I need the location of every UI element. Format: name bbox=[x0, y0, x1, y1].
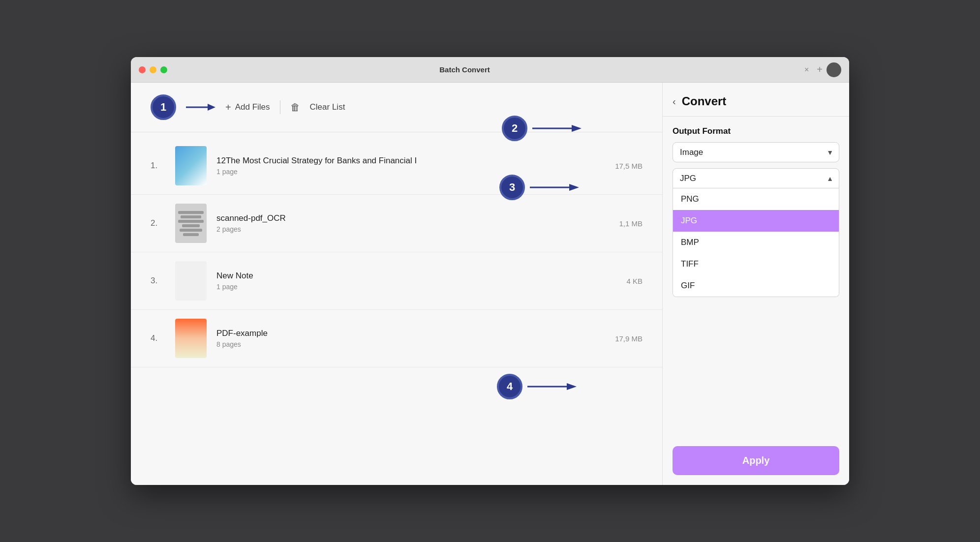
trash-icon: 🗑 bbox=[290, 102, 300, 113]
format-dropdown-list: PNG JPG BMP TIFF GIF bbox=[673, 188, 839, 297]
arrow-1-icon bbox=[186, 100, 215, 115]
file-number: 3. bbox=[151, 276, 165, 286]
file-size: 4 KB bbox=[626, 277, 643, 285]
svg-marker-1 bbox=[208, 104, 215, 111]
file-thumbnail bbox=[175, 146, 207, 185]
file-number: 4. bbox=[151, 333, 165, 343]
file-info: scanned-pdf_OCR 2 pages bbox=[216, 213, 609, 233]
user-avatar bbox=[827, 62, 841, 77]
window-title: Batch Convert bbox=[132, 65, 797, 74]
file-name: PDF-example bbox=[216, 329, 605, 338]
subformat-wrapper: PNG JPG BMP TIFF GIF ▲ PNG JPG BMP TIFF bbox=[673, 168, 839, 297]
titlebar: Batch Convert × + bbox=[131, 57, 849, 83]
file-info: 12The Most Crucial Strategy for Banks an… bbox=[216, 156, 605, 176]
file-pages: 1 page bbox=[216, 168, 605, 176]
file-pages: 8 pages bbox=[216, 340, 605, 348]
panel-body: Output Format Image PDF Word Excel ▼ bbox=[663, 117, 849, 436]
toolbar: 1 + Add Files 🗑 Clear List bbox=[131, 83, 662, 132]
format-option-png[interactable]: PNG bbox=[673, 188, 839, 210]
format-option-tiff[interactable]: TIFF bbox=[673, 253, 839, 275]
file-pages: 1 page bbox=[216, 283, 616, 291]
output-format-label: Output Format bbox=[673, 126, 839, 136]
file-item: 3. New Note 1 page 4 KB bbox=[131, 252, 662, 310]
new-tab-button[interactable]: + bbox=[817, 64, 823, 75]
output-format-select[interactable]: Image PDF Word Excel bbox=[673, 142, 839, 162]
file-size: 17,9 MB bbox=[615, 334, 643, 343]
format-option-gif[interactable]: GIF bbox=[673, 275, 839, 297]
subformat-select[interactable]: PNG JPG BMP TIFF GIF bbox=[673, 168, 839, 188]
format-option-jpg[interactable]: JPG bbox=[673, 210, 839, 232]
tab-close-button[interactable]: × bbox=[804, 65, 809, 74]
file-size: 17,5 MB bbox=[615, 162, 643, 170]
file-name: scanned-pdf_OCR bbox=[216, 213, 609, 223]
file-thumbnail bbox=[175, 261, 207, 301]
add-files-button[interactable]: + Add Files bbox=[225, 102, 270, 113]
back-button[interactable]: ‹ bbox=[673, 96, 676, 107]
file-name: 12The Most Crucial Strategy for Banks an… bbox=[216, 156, 605, 166]
file-number: 1. bbox=[151, 161, 165, 171]
file-item: 2. scanned-pdf_OCR 2 pages 1,1 MB bbox=[131, 195, 662, 252]
file-thumbnail bbox=[175, 204, 207, 243]
panel-header: ‹ Convert bbox=[663, 83, 849, 117]
file-item: 4. PDF-example 8 pages 17,9 MB bbox=[131, 310, 662, 367]
file-thumbnail bbox=[175, 319, 207, 358]
right-panel: ‹ Convert Output Format Image PDF Word E… bbox=[662, 83, 849, 485]
panel-title: Convert bbox=[682, 94, 727, 108]
annotation-1: 1 bbox=[151, 94, 176, 120]
apply-button[interactable]: Apply bbox=[673, 446, 839, 475]
toolbar-divider bbox=[280, 100, 280, 114]
file-item: 1. 12The Most Crucial Strategy for Banks… bbox=[131, 137, 662, 195]
file-name: New Note bbox=[216, 271, 616, 281]
file-size: 1,1 MB bbox=[619, 219, 643, 228]
main-content: 1 + Add Files 🗑 Clear List bbox=[131, 83, 849, 485]
app-window: Batch Convert × + 1 + Add Files 🗑 bbox=[131, 57, 849, 485]
file-list: 1. 12The Most Crucial Strategy for Banks… bbox=[131, 132, 662, 372]
clear-list-button[interactable]: Clear List bbox=[310, 102, 345, 112]
format-option-bmp[interactable]: BMP bbox=[673, 232, 839, 253]
file-panel: 1 + Add Files 🗑 Clear List bbox=[131, 83, 662, 485]
file-pages: 2 pages bbox=[216, 225, 609, 233]
plus-icon: + bbox=[225, 102, 231, 113]
file-number: 2. bbox=[151, 218, 165, 228]
file-info: New Note 1 page bbox=[216, 271, 616, 291]
file-info: PDF-example 8 pages bbox=[216, 329, 605, 348]
